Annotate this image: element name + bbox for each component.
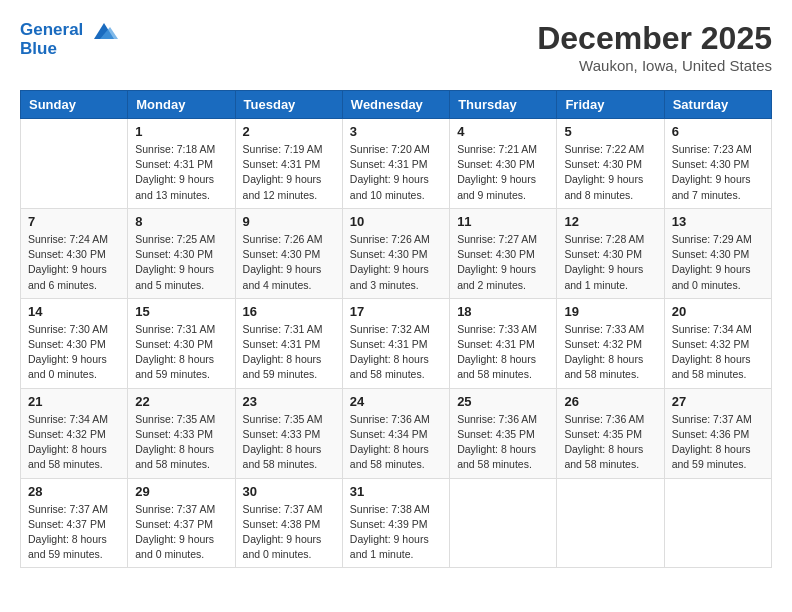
logo-icon xyxy=(90,21,118,41)
day-info: Sunrise: 7:38 AMSunset: 4:39 PMDaylight:… xyxy=(350,502,442,563)
calendar-cell: 7Sunrise: 7:24 AMSunset: 4:30 PMDaylight… xyxy=(21,208,128,298)
logo: General Blue xyxy=(20,20,118,59)
day-info: Sunrise: 7:27 AMSunset: 4:30 PMDaylight:… xyxy=(457,232,549,293)
day-info: Sunrise: 7:21 AMSunset: 4:30 PMDaylight:… xyxy=(457,142,549,203)
day-number: 6 xyxy=(672,124,764,139)
day-info: Sunrise: 7:28 AMSunset: 4:30 PMDaylight:… xyxy=(564,232,656,293)
day-number: 13 xyxy=(672,214,764,229)
day-number: 7 xyxy=(28,214,120,229)
calendar-cell: 27Sunrise: 7:37 AMSunset: 4:36 PMDayligh… xyxy=(664,388,771,478)
day-info: Sunrise: 7:35 AMSunset: 4:33 PMDaylight:… xyxy=(243,412,335,473)
day-number: 24 xyxy=(350,394,442,409)
day-info: Sunrise: 7:31 AMSunset: 4:30 PMDaylight:… xyxy=(135,322,227,383)
weekday-header-friday: Friday xyxy=(557,91,664,119)
day-info: Sunrise: 7:35 AMSunset: 4:33 PMDaylight:… xyxy=(135,412,227,473)
calendar-cell: 17Sunrise: 7:32 AMSunset: 4:31 PMDayligh… xyxy=(342,298,449,388)
calendar-cell xyxy=(557,478,664,568)
calendar-cell: 29Sunrise: 7:37 AMSunset: 4:37 PMDayligh… xyxy=(128,478,235,568)
day-info: Sunrise: 7:34 AMSunset: 4:32 PMDaylight:… xyxy=(672,322,764,383)
day-info: Sunrise: 7:33 AMSunset: 4:32 PMDaylight:… xyxy=(564,322,656,383)
day-number: 2 xyxy=(243,124,335,139)
day-info: Sunrise: 7:26 AMSunset: 4:30 PMDaylight:… xyxy=(350,232,442,293)
day-info: Sunrise: 7:37 AMSunset: 4:36 PMDaylight:… xyxy=(672,412,764,473)
day-info: Sunrise: 7:26 AMSunset: 4:30 PMDaylight:… xyxy=(243,232,335,293)
logo-line1: General xyxy=(20,20,118,41)
day-number: 1 xyxy=(135,124,227,139)
calendar-cell xyxy=(21,119,128,209)
day-number: 17 xyxy=(350,304,442,319)
day-number: 16 xyxy=(243,304,335,319)
calendar-cell: 10Sunrise: 7:26 AMSunset: 4:30 PMDayligh… xyxy=(342,208,449,298)
day-info: Sunrise: 7:36 AMSunset: 4:35 PMDaylight:… xyxy=(564,412,656,473)
calendar-cell: 22Sunrise: 7:35 AMSunset: 4:33 PMDayligh… xyxy=(128,388,235,478)
day-info: Sunrise: 7:22 AMSunset: 4:30 PMDaylight:… xyxy=(564,142,656,203)
day-number: 26 xyxy=(564,394,656,409)
calendar-cell: 16Sunrise: 7:31 AMSunset: 4:31 PMDayligh… xyxy=(235,298,342,388)
calendar-cell xyxy=(664,478,771,568)
day-number: 31 xyxy=(350,484,442,499)
calendar-cell: 8Sunrise: 7:25 AMSunset: 4:30 PMDaylight… xyxy=(128,208,235,298)
calendar-cell: 13Sunrise: 7:29 AMSunset: 4:30 PMDayligh… xyxy=(664,208,771,298)
calendar-week-4: 21Sunrise: 7:34 AMSunset: 4:32 PMDayligh… xyxy=(21,388,772,478)
calendar-cell: 25Sunrise: 7:36 AMSunset: 4:35 PMDayligh… xyxy=(450,388,557,478)
day-info: Sunrise: 7:34 AMSunset: 4:32 PMDaylight:… xyxy=(28,412,120,473)
weekday-header-thursday: Thursday xyxy=(450,91,557,119)
day-number: 5 xyxy=(564,124,656,139)
day-info: Sunrise: 7:25 AMSunset: 4:30 PMDaylight:… xyxy=(135,232,227,293)
calendar-cell: 30Sunrise: 7:37 AMSunset: 4:38 PMDayligh… xyxy=(235,478,342,568)
day-info: Sunrise: 7:31 AMSunset: 4:31 PMDaylight:… xyxy=(243,322,335,383)
calendar-cell: 4Sunrise: 7:21 AMSunset: 4:30 PMDaylight… xyxy=(450,119,557,209)
calendar-cell: 28Sunrise: 7:37 AMSunset: 4:37 PMDayligh… xyxy=(21,478,128,568)
day-info: Sunrise: 7:23 AMSunset: 4:30 PMDaylight:… xyxy=(672,142,764,203)
calendar-cell: 14Sunrise: 7:30 AMSunset: 4:30 PMDayligh… xyxy=(21,298,128,388)
day-number: 12 xyxy=(564,214,656,229)
location: Waukon, Iowa, United States xyxy=(537,57,772,74)
day-info: Sunrise: 7:37 AMSunset: 4:37 PMDaylight:… xyxy=(28,502,120,563)
calendar-table: SundayMondayTuesdayWednesdayThursdayFrid… xyxy=(20,90,772,568)
day-number: 10 xyxy=(350,214,442,229)
calendar-week-1: 1Sunrise: 7:18 AMSunset: 4:31 PMDaylight… xyxy=(21,119,772,209)
weekday-header-saturday: Saturday xyxy=(664,91,771,119)
day-info: Sunrise: 7:33 AMSunset: 4:31 PMDaylight:… xyxy=(457,322,549,383)
calendar-week-3: 14Sunrise: 7:30 AMSunset: 4:30 PMDayligh… xyxy=(21,298,772,388)
day-number: 30 xyxy=(243,484,335,499)
calendar-cell: 12Sunrise: 7:28 AMSunset: 4:30 PMDayligh… xyxy=(557,208,664,298)
calendar-cell: 26Sunrise: 7:36 AMSunset: 4:35 PMDayligh… xyxy=(557,388,664,478)
calendar-cell: 6Sunrise: 7:23 AMSunset: 4:30 PMDaylight… xyxy=(664,119,771,209)
day-info: Sunrise: 7:19 AMSunset: 4:31 PMDaylight:… xyxy=(243,142,335,203)
calendar-cell: 24Sunrise: 7:36 AMSunset: 4:34 PMDayligh… xyxy=(342,388,449,478)
calendar-cell: 21Sunrise: 7:34 AMSunset: 4:32 PMDayligh… xyxy=(21,388,128,478)
calendar-week-2: 7Sunrise: 7:24 AMSunset: 4:30 PMDaylight… xyxy=(21,208,772,298)
day-info: Sunrise: 7:18 AMSunset: 4:31 PMDaylight:… xyxy=(135,142,227,203)
day-number: 11 xyxy=(457,214,549,229)
calendar-cell: 1Sunrise: 7:18 AMSunset: 4:31 PMDaylight… xyxy=(128,119,235,209)
weekday-header-tuesday: Tuesday xyxy=(235,91,342,119)
calendar-cell: 3Sunrise: 7:20 AMSunset: 4:31 PMDaylight… xyxy=(342,119,449,209)
day-number: 29 xyxy=(135,484,227,499)
day-info: Sunrise: 7:30 AMSunset: 4:30 PMDaylight:… xyxy=(28,322,120,383)
calendar-cell: 20Sunrise: 7:34 AMSunset: 4:32 PMDayligh… xyxy=(664,298,771,388)
calendar-cell: 15Sunrise: 7:31 AMSunset: 4:30 PMDayligh… xyxy=(128,298,235,388)
weekday-header-monday: Monday xyxy=(128,91,235,119)
day-number: 23 xyxy=(243,394,335,409)
day-number: 9 xyxy=(243,214,335,229)
day-number: 4 xyxy=(457,124,549,139)
calendar-header-row: SundayMondayTuesdayWednesdayThursdayFrid… xyxy=(21,91,772,119)
day-number: 18 xyxy=(457,304,549,319)
day-number: 8 xyxy=(135,214,227,229)
page-header: General Blue December 2025 Waukon, Iowa,… xyxy=(20,20,772,74)
day-number: 3 xyxy=(350,124,442,139)
day-number: 22 xyxy=(135,394,227,409)
calendar-cell: 18Sunrise: 7:33 AMSunset: 4:31 PMDayligh… xyxy=(450,298,557,388)
day-number: 15 xyxy=(135,304,227,319)
title-block: December 2025 Waukon, Iowa, United State… xyxy=(537,20,772,74)
day-info: Sunrise: 7:37 AMSunset: 4:37 PMDaylight:… xyxy=(135,502,227,563)
day-info: Sunrise: 7:37 AMSunset: 4:38 PMDaylight:… xyxy=(243,502,335,563)
day-number: 27 xyxy=(672,394,764,409)
day-info: Sunrise: 7:36 AMSunset: 4:35 PMDaylight:… xyxy=(457,412,549,473)
calendar-cell: 11Sunrise: 7:27 AMSunset: 4:30 PMDayligh… xyxy=(450,208,557,298)
day-info: Sunrise: 7:32 AMSunset: 4:31 PMDaylight:… xyxy=(350,322,442,383)
day-info: Sunrise: 7:24 AMSunset: 4:30 PMDaylight:… xyxy=(28,232,120,293)
calendar-cell: 23Sunrise: 7:35 AMSunset: 4:33 PMDayligh… xyxy=(235,388,342,478)
calendar-cell: 19Sunrise: 7:33 AMSunset: 4:32 PMDayligh… xyxy=(557,298,664,388)
